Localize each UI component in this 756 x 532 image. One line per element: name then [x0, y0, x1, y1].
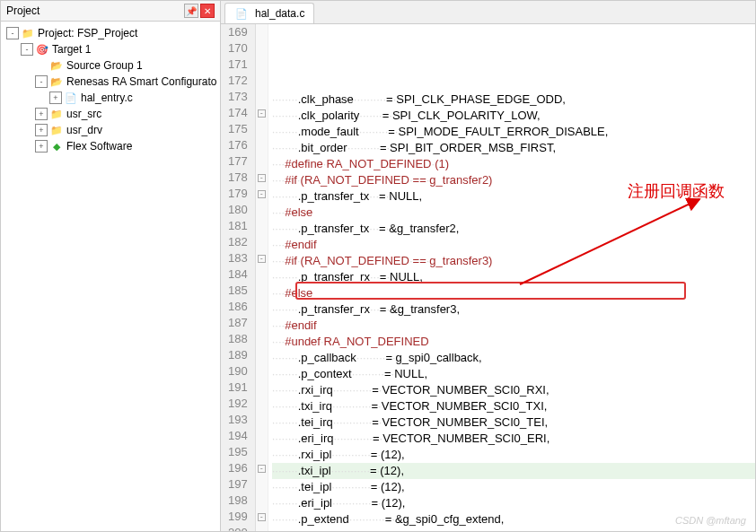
- tree-icon: 📂: [49, 58, 64, 73]
- tab-hal-data[interactable]: 📄 hal_data.c: [224, 3, 314, 23]
- tree-item[interactable]: -🎯Target 1: [1, 41, 220, 57]
- tree-item[interactable]: +📁usr_src: [1, 106, 220, 122]
- tree-icon: 📂: [49, 74, 64, 89]
- code-line[interactable]: ········.tei_irq············=·VECTOR_NUM…: [272, 414, 755, 431]
- tree-icon: ◆: [49, 139, 64, 153]
- watermark: CSDN @mftang: [675, 515, 746, 526]
- tree-icon: 📁: [49, 107, 64, 121]
- fold-column[interactable]: -------: [256, 24, 268, 531]
- code-line[interactable]: ········.rxi_irq············=·VECTOR_NUM…: [272, 382, 755, 398]
- tab-bar: 📄 hal_data.c: [221, 1, 755, 24]
- code-line[interactable]: ········.rxi_ipl············=·(12),: [272, 447, 755, 463]
- sidebar-titlebar: Project 📌 ✕: [1, 1, 220, 22]
- expand-icon[interactable]: +: [35, 124, 48, 136]
- code-line[interactable]: ········.txi_irq············=·VECTOR_NUM…: [272, 398, 755, 414]
- code-line[interactable]: ····#else: [272, 285, 755, 301]
- pin-icon[interactable]: 📌: [184, 4, 198, 18]
- fold-toggle[interactable]: -: [258, 255, 266, 263]
- project-tree[interactable]: -📁Project: FSP_Project-🎯Target 1📂Source …: [1, 22, 220, 531]
- tree-label: Flex Software: [66, 140, 132, 153]
- code-content[interactable]: 注册回调函数 ········.clk_phase··········=·SPI…: [268, 24, 755, 531]
- tree-label: Target 1: [52, 43, 91, 56]
- close-icon[interactable]: ✕: [200, 4, 215, 18]
- sidebar-title: Project: [6, 4, 40, 17]
- tree-item[interactable]: +📄hal_entry.c: [1, 90, 220, 106]
- app-window: Project 📌 ✕ -📁Project: FSP_Project-🎯Targ…: [0, 0, 756, 532]
- fold-toggle[interactable]: -: [258, 174, 266, 182]
- code-line[interactable]: ····#if·(RA_NOT_DEFINED·==·g_transfer3): [272, 253, 755, 269]
- code-line[interactable]: ····#endif: [272, 237, 755, 253]
- code-line[interactable]: ········.clk_polarity·······=·SPI_CLK_PO…: [272, 108, 755, 124]
- expand-icon[interactable]: +: [49, 92, 62, 104]
- tree-item[interactable]: +◆Flex Software: [1, 138, 220, 154]
- tree-icon: 🎯: [35, 42, 49, 57]
- code-line[interactable]: ········.txi_ipl············=·(12),: [272, 463, 755, 479]
- code-line[interactable]: ····#endif: [272, 318, 755, 334]
- fold-toggle[interactable]: -: [258, 190, 266, 198]
- tree-label: hal_entry.c: [81, 92, 133, 104]
- code-line[interactable]: ········.eri_irq············=·VECTOR_NUM…: [272, 431, 755, 447]
- code-line[interactable]: ····#else: [272, 205, 755, 221]
- code-line[interactable]: ········.mode_fault·········=·SPI_MODE_F…: [272, 124, 755, 140]
- tree-label: Project: FSP_Project: [38, 27, 137, 39]
- tree-label: Source Group 1: [66, 59, 143, 72]
- code-line[interactable]: ········.clk_phase··········=·SPI_CLK_PH…: [272, 92, 755, 108]
- fold-toggle[interactable]: -: [258, 465, 266, 473]
- code-line[interactable]: ········.p_transfer_rx···=·&g_transfer3,: [272, 301, 755, 318]
- code-line[interactable]: ········.bit_order··········=·SPI_BIT_OR…: [272, 140, 755, 156]
- tree-item[interactable]: +📁usr_drv: [1, 122, 220, 138]
- tree-item[interactable]: 📂Source Group 1: [1, 57, 220, 74]
- tree-item[interactable]: -📁Project: FSP_Project: [1, 25, 220, 41]
- code-line[interactable]: ········.tei_ipl············=·(12),: [272, 479, 755, 495]
- expand-icon[interactable]: +: [35, 108, 48, 120]
- tree-label: Renesas RA Smart Configurato: [66, 75, 216, 88]
- code-line[interactable]: ········.p_transfer_tx···=·&g_transfer2,: [272, 221, 755, 237]
- code-line[interactable]: ····#define·RA_NOT_DEFINED·(1): [272, 156, 755, 172]
- tree-icon: 📄: [64, 91, 78, 105]
- expand-icon[interactable]: -: [35, 75, 48, 88]
- expand-icon[interactable]: -: [21, 43, 33, 56]
- editor-area: 📄 hal_data.c 169170171172173174175176177…: [221, 1, 755, 531]
- expand-icon[interactable]: -: [6, 27, 19, 39]
- tree-icon: 📁: [21, 26, 35, 40]
- tree-item[interactable]: -📂Renesas RA Smart Configurato: [1, 74, 220, 90]
- expand-icon[interactable]: +: [35, 140, 48, 153]
- tree-icon: 📁: [49, 123, 64, 137]
- file-icon: 📄: [234, 6, 249, 21]
- project-sidebar: Project 📌 ✕ -📁Project: FSP_Project-🎯Targ…: [1, 1, 221, 531]
- tree-label: usr_src: [66, 108, 101, 120]
- code-editor[interactable]: 1691701711721731741751761771781791801811…: [221, 24, 755, 531]
- code-line[interactable]: ········.p_transfer_rx···=·NULL,: [272, 269, 755, 285]
- line-gutter: 1691701711721731741751761771781791801811…: [221, 24, 256, 531]
- code-line[interactable]: ········.p_context··········=·NULL,: [272, 366, 755, 382]
- code-line[interactable]: ········.p_callback·········=·g_spi0_cal…: [272, 350, 755, 366]
- tree-label: usr_drv: [66, 124, 102, 136]
- code-line[interactable]: ········.eri_ipl············=·(12),: [272, 495, 755, 511]
- fold-toggle[interactable]: -: [258, 109, 266, 118]
- code-line[interactable]: ········.p_transfer_tx···=·NULL,: [272, 188, 755, 205]
- code-line[interactable]: ····#if·(RA_NOT_DEFINED·==·g_transfer2): [272, 172, 755, 188]
- code-line[interactable]: ····#undef·RA_NOT_DEFINED: [272, 334, 755, 350]
- tab-label: hal_data.c: [255, 7, 304, 20]
- fold-toggle[interactable]: -: [258, 513, 266, 521]
- code-line[interactable]: ····};: [272, 528, 755, 531]
